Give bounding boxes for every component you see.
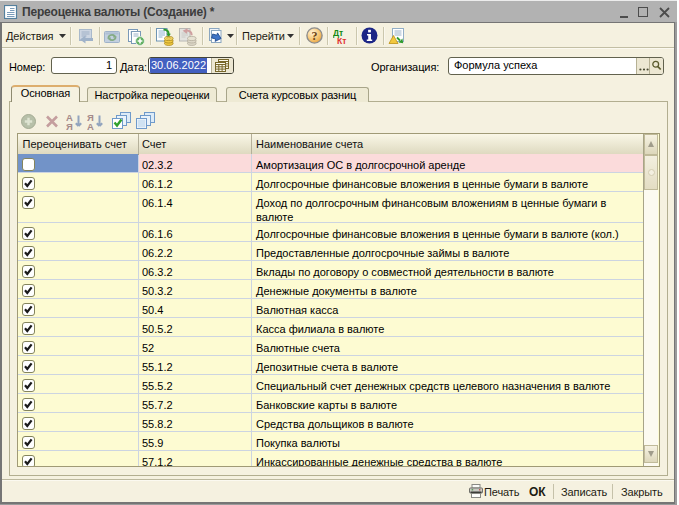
- svg-text:Я: Я: [66, 121, 73, 131]
- svg-text:?: ?: [312, 29, 318, 43]
- svg-text:А: А: [87, 121, 94, 131]
- svg-text:Кт: Кт: [337, 36, 346, 45]
